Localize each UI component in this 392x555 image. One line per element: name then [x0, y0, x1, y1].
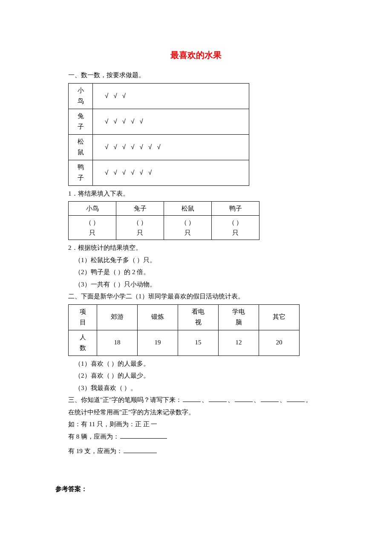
fill-blank[interactable]	[261, 396, 279, 402]
sep: 、	[202, 396, 208, 403]
q2-1: （1）松鼠比兔子多（ ）只。	[55, 254, 337, 266]
fill-blank[interactable]	[183, 396, 201, 402]
row-label: 松 鼠	[78, 138, 84, 156]
blank-cell[interactable]: （ ） 只	[181, 219, 195, 236]
q2-3: （3）一共有（ ）只小动物。	[55, 278, 337, 291]
cell: 12	[236, 339, 242, 346]
col-head: 鸭子	[212, 202, 259, 216]
blank-cell[interactable]: （ ） 只	[228, 219, 243, 236]
cell: 锻炼	[151, 313, 164, 320]
s2-q2: （2）喜欢（ ）的人最少。	[55, 370, 337, 382]
table-row: 人 数 18 19 15 12 20	[69, 330, 300, 356]
section-1-heading: 一、数一数，按要求做题。	[55, 69, 337, 81]
row-ticks: √ √ √ √ √ √	[105, 169, 153, 176]
end: 。	[306, 396, 312, 403]
col-head: 兔子	[116, 202, 164, 216]
activity-table: 项 目 郊游 锻炼 看电 视 学电 脑 其它 人 数 18 19 15 12 2…	[68, 304, 300, 356]
sep: 、	[254, 396, 260, 403]
s3-line4: 有 8 辆，应画为：	[55, 431, 337, 443]
s3-line3: 如：有 11 只，则画为：正 正 一	[55, 418, 337, 431]
q1-heading: 1．将结果填入下表。	[55, 188, 337, 200]
row-label: 小 鸟	[78, 87, 84, 105]
table-row: 鸭 子 √ √ √ √ √ √	[69, 160, 249, 185]
cell: 19	[155, 339, 161, 346]
row-ticks: √ √ √	[105, 92, 127, 99]
cell: 看电 视	[192, 308, 205, 326]
q2-2: （2）鸭子是（ ）的 2 倍。	[55, 266, 337, 278]
section-3-heading: 三、你知道"正"字的笔顺吗？请写下来：、、、、。	[55, 394, 337, 406]
col-head: 小鸟	[69, 202, 116, 216]
cell: 18	[114, 339, 121, 346]
table-row: 兔 子 √ √ √ √ √	[69, 109, 249, 134]
row-ticks: √ √ √ √ √ √ √	[105, 143, 162, 150]
q2-heading: 2．根据统计的结果填空。	[55, 242, 337, 254]
row-label: 兔 子	[78, 113, 84, 130]
cell: 20	[276, 339, 282, 346]
cell: 其它	[273, 313, 285, 320]
fill-blank[interactable]	[120, 432, 167, 439]
row-ticks: √ √ √ √ √	[105, 118, 145, 125]
row-label: 鸭 子	[78, 164, 84, 182]
table-row: 小鸟 兔子 松鼠 鸭子	[69, 202, 259, 216]
s3-text: 三、你知道"正"字的笔顺吗？请写下来：	[68, 396, 182, 403]
fill-blank[interactable]	[209, 396, 227, 402]
table-row: 项 目 郊游 锻炼 看电 视 学电 脑 其它	[69, 304, 300, 330]
s2-q3: （3）我最喜欢（ ）。	[55, 382, 337, 394]
blank-cell[interactable]: （ ） 只	[85, 219, 100, 236]
table-row: （ ） 只 （ ） 只 （ ） 只 （ ） 只	[69, 216, 259, 240]
cell: 项 目	[80, 308, 86, 326]
section-2-heading: 二、下面是新华小学二（1）班同学最喜欢的假日活动统计表。	[55, 290, 337, 303]
sep: 、	[280, 396, 286, 403]
table-row: 松 鼠 √ √ √ √ √ √ √	[69, 134, 249, 160]
cell: 15	[195, 339, 202, 346]
tally-table: 小 鸟 √ √ √ 兔 子 √ √ √ √ √ 松 鼠 √ √ √ √ √ √ …	[68, 83, 249, 186]
fill-blank[interactable]	[287, 396, 305, 402]
s3-line2: 在统计中经常用画"正"字的方法来记录数字。	[55, 406, 337, 419]
cell: 学电 脑	[232, 308, 245, 326]
table-row: 小 鸟 √ √ √	[69, 83, 249, 109]
s3-l4-text: 有 8 辆，应画为：	[68, 433, 119, 440]
fill-blank[interactable]	[235, 396, 253, 402]
col-head: 松鼠	[164, 202, 212, 216]
fill-blank[interactable]	[124, 447, 157, 454]
s2-q1: （1）喜欢（ ）的人最多。	[55, 358, 337, 370]
cell: 人 数	[80, 334, 86, 352]
s3-l5-text: 有 19 支，应画为：	[68, 448, 123, 454]
blank-cell[interactable]: （ ） 只	[133, 219, 147, 236]
answer-heading: 参考答案：	[55, 483, 337, 495]
page-title: 最喜欢的水果	[55, 47, 337, 63]
sep: 、	[228, 396, 234, 403]
fill-table: 小鸟 兔子 松鼠 鸭子 （ ） 只 （ ） 只 （ ） 只 （ ） 只	[68, 201, 259, 240]
s3-line5: 有 19 支，应画为：	[55, 445, 337, 457]
cell: 郊游	[111, 313, 124, 320]
